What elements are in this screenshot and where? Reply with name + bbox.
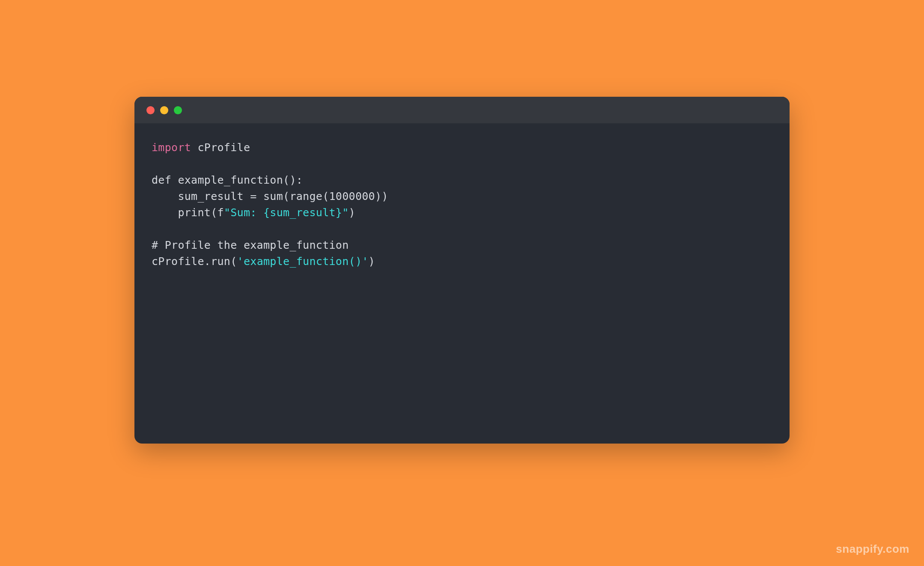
code-line: # Profile the example_function (152, 237, 772, 253)
code-line: import cProfile (152, 140, 772, 156)
watermark: snappify.com (836, 542, 909, 556)
code-line: def example_function(): (152, 172, 772, 188)
code-line: print(f"Sum: {sum_result}") (152, 205, 772, 221)
close-icon[interactable] (146, 106, 155, 114)
code-area: import cProfile def example_function(): … (134, 123, 790, 286)
window-titlebar (134, 97, 790, 123)
code-line (152, 221, 772, 237)
code-line (152, 156, 772, 172)
code-line: cProfile.run('example_function()') (152, 253, 772, 270)
maximize-icon[interactable] (174, 106, 182, 114)
code-window: import cProfile def example_function(): … (134, 97, 790, 444)
code-line: sum_result = sum(range(1000000)) (152, 188, 772, 205)
minimize-icon[interactable] (160, 106, 168, 114)
